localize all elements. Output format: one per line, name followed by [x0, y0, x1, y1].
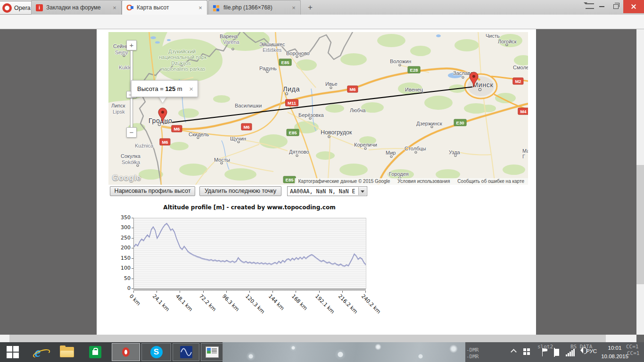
- x-tick-label: 216.2 km: [337, 293, 359, 315]
- app-window-icon: [206, 346, 219, 358]
- horizontal-scrollbar[interactable]: [0, 335, 636, 342]
- map-label: Любча: [350, 107, 365, 113]
- zoom-out-button[interactable]: −: [126, 127, 137, 138]
- map-label: Щучин: [230, 136, 246, 141]
- road-badge: М11: [285, 99, 298, 107]
- map-label: Лида: [283, 85, 300, 93]
- y-tick-mark: [132, 228, 133, 228]
- road-badge: E85: [287, 129, 299, 136]
- vhfdx-favicon: C: [126, 4, 133, 11]
- report-error-link[interactable]: Сообщить об ошибке на карте: [454, 178, 528, 185]
- map-label: Sejny: [115, 49, 128, 55]
- taskbar-file-explorer[interactable]: [57, 343, 77, 361]
- window-restore-button[interactable]: [609, 0, 622, 13]
- map-label: Мир: [386, 150, 396, 156]
- tray-date: 10.08.2015: [601, 352, 629, 361]
- tab-file-php[interactable]: file.php (644×362) ×: [208, 0, 301, 15]
- window-close-button[interactable]: [623, 0, 644, 13]
- tab-forum-bookmarks[interactable]: i Закладки на форуме ×: [31, 0, 122, 15]
- y-tick-mark: [132, 258, 133, 259]
- taskbar-skype[interactable]: S: [141, 343, 171, 361]
- tab-karta-vysot[interactable]: C Карта высот ×: [122, 0, 207, 15]
- network-signal-icon[interactable]: [566, 348, 575, 356]
- windows-logo-icon: [7, 346, 19, 358]
- map-label: Ма: [522, 148, 528, 154]
- x-tick-label: 144 km: [267, 293, 286, 312]
- x-tick-mark: [226, 291, 227, 293]
- tab-title: Карта высот: [137, 4, 194, 11]
- map-label: Мосты: [214, 157, 230, 163]
- map-label: Городея: [389, 171, 409, 177]
- road-badge: E28: [408, 66, 421, 74]
- tray-windows-icon[interactable]: [523, 348, 530, 355]
- opera-menu-button[interactable]: Opera: [0, 1, 33, 15]
- x-tick-label: 0 km: [128, 293, 142, 307]
- y-tick-mark: [132, 279, 133, 279]
- x-tick-label: 192.1 km: [314, 293, 335, 315]
- terms-link[interactable]: Условия использования: [394, 178, 454, 185]
- tooltip-close-icon[interactable]: ×: [189, 85, 193, 93]
- horizontal-scroll-thumb[interactable]: [9, 335, 606, 342]
- altitude-tooltip: Высота = 125 m ×: [131, 80, 198, 97]
- x-tick-label: 168 km: [290, 293, 309, 312]
- y-tick-label: 50: [110, 275, 131, 281]
- map-label: Ивенец: [405, 87, 423, 92]
- folder-icon: [60, 347, 74, 357]
- opera-sidebar-menu-button[interactable]: [579, 0, 592, 13]
- y-tick-mark: [132, 218, 133, 218]
- vertical-scrollbar[interactable]: [636, 29, 644, 335]
- map-label: nacionalinis parkas: [161, 66, 206, 72]
- road-badge: М4: [518, 108, 528, 115]
- road-badge: E30: [454, 119, 467, 126]
- map-label: Варена: [220, 33, 238, 39]
- zoom-in-button[interactable]: +: [126, 40, 137, 50]
- taskbar-wave-app[interactable]: [173, 343, 199, 361]
- browser-address-bar: www.vhfdx.ru/karta-vyisot: [0, 15, 644, 29]
- x-tick-label: 240.2 km: [360, 293, 382, 315]
- tray-clock[interactable]: 10:01 10.08.2015: [601, 344, 629, 361]
- new-tab-button[interactable]: +: [305, 2, 316, 13]
- road-badge: М6: [241, 123, 252, 131]
- window-minimize-button[interactable]: [595, 0, 608, 13]
- map-label: Столбцы: [405, 146, 426, 151]
- marker-minsk[interactable]: [469, 72, 479, 88]
- battery-icon[interactable]: [554, 348, 555, 357]
- google-map[interactable]: ВаренаVarėnaЭйшишкесEišiškėsВороновоРаду…: [108, 32, 528, 185]
- select-dropdown-icon[interactable]: [358, 187, 366, 195]
- tab-close-icon[interactable]: ×: [112, 4, 117, 11]
- x-tick-mark: [249, 291, 250, 293]
- restore-icon: [613, 4, 619, 9]
- tab-close-icon[interactable]: ×: [291, 4, 297, 11]
- x-tick-mark: [319, 291, 320, 293]
- vertical-scroll-thumb[interactable]: [636, 165, 644, 284]
- tab-close-icon[interactable]: ×: [198, 4, 203, 11]
- draw-profile-button[interactable]: Нарисовать профиль высот: [110, 186, 195, 196]
- map-label: Вороново: [286, 50, 310, 56]
- y-tick-label: 150: [110, 255, 131, 261]
- minimize-icon: [599, 6, 604, 7]
- action-center-flag-icon[interactable]: [542, 348, 543, 356]
- taskbar-opera[interactable]: [112, 343, 140, 361]
- google-logo[interactable]: Google: [112, 173, 141, 183]
- road-badge: М6: [159, 139, 170, 146]
- screen: Opera i Закладки на форуме × C Карта выс…: [0, 0, 644, 362]
- taskbar-windows-store[interactable]: [85, 343, 106, 361]
- map-label: Sokółka: [122, 159, 140, 165]
- map-label: Воложин: [390, 58, 411, 64]
- language-indicator[interactable]: РУС: [586, 348, 597, 354]
- console-text: -DMR: [466, 347, 479, 353]
- start-button[interactable]: [2, 343, 23, 361]
- taskbar-log-window-app[interactable]: [201, 343, 223, 361]
- taskbar-internet-explorer[interactable]: e: [27, 343, 48, 361]
- x-tick-label: 120.3 km: [244, 293, 266, 315]
- map-label: Kuźnica: [135, 143, 153, 148]
- map-label: Г: [522, 154, 525, 159]
- x-tick-label: 48.1 km: [174, 293, 194, 313]
- locator-value: AA00AA, NaN N, NaN E: [290, 188, 355, 195]
- sine-wave-icon: [180, 346, 192, 358]
- x-tick-label: 72.2 km: [198, 293, 217, 313]
- delete-last-point-button[interactable]: Удалить последнюю точку: [199, 186, 281, 196]
- marker-grodno[interactable]: [158, 107, 167, 123]
- locator-select[interactable]: AA00AA, NaN N, NaN E: [287, 186, 367, 196]
- map-label: Эйшишкес: [259, 41, 285, 47]
